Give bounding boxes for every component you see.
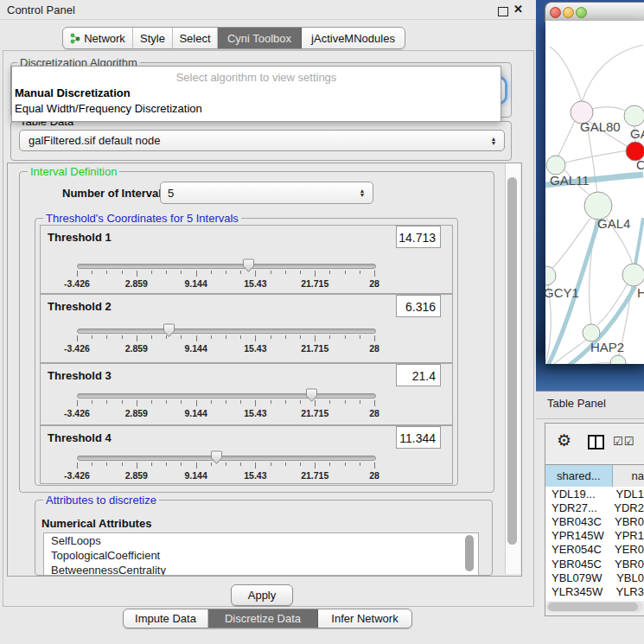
attributes-list-scrollbar-thumb[interactable] [465,535,474,571]
slider-tick [360,400,360,404]
slider-tick [345,400,346,404]
threshold-value-field[interactable]: 14.713 [396,226,441,248]
columns-icon[interactable] [588,435,604,450]
slider-tick [345,462,346,466]
tab-infer-network[interactable]: Infer Network [318,609,411,628]
gear-icon[interactable]: ⚙ [557,432,571,449]
table-data-combobox-value: galFiltered.sif default node [20,134,488,147]
threshold-value-field[interactable]: 11.344 [396,426,441,449]
tab-discretize-data[interactable]: Discretize Data [208,609,318,628]
tab-network[interactable]: Network [63,28,133,48]
tab-select[interactable]: Select [173,28,218,48]
network-node[interactable] [622,264,644,286]
table-row[interactable]: YER054CYER0 [545,543,644,557]
slider-tick [329,462,330,466]
tab-jactivemnodules[interactable]: jActiveMNodules [302,28,405,48]
zoom-traffic-light[interactable] [576,7,587,18]
tab-impute-data[interactable]: Impute Data [124,609,208,628]
threshold-slider-track[interactable] [77,393,376,399]
table-row[interactable]: YDR27...YDR2 [545,501,644,514]
tab-cyni-toolbox[interactable]: Cyni Toolbox [218,28,302,48]
tab-label: Impute Data [135,612,196,625]
table-row[interactable]: YBR045CYBR0 [545,557,644,571]
table-row[interactable]: YLR345WYLR3 [545,584,644,598]
close-icon[interactable]: ✕ [513,3,523,16]
threshold-value-field[interactable]: 6.316 [396,295,441,317]
attribute-list-item[interactable]: SelfLoops [44,533,478,548]
table-row[interactable]: YIL052CYIL0 [545,599,644,602]
slider-label-row: -3.4262.8599.14415.4321.71528 [77,278,374,289]
minimize-traffic-light[interactable] [563,7,574,18]
checkboxes-icon[interactable]: ☑☑ [613,435,634,448]
slider-tick-label: 9.144 [184,343,207,354]
combo-stepper-icon: ▲▼ [488,137,500,145]
threshold-value-field[interactable]: 21.4 [396,364,441,386]
slider-tick [315,335,316,341]
cell-shared-name: YDL19... [545,488,615,501]
network-node[interactable] [624,105,644,126]
slider-tick-label: 2.859 [125,278,148,289]
slider-tick [122,400,123,404]
slider-tick [196,462,197,469]
table-panel-title: Table Panel [547,397,606,410]
network-view-canvas[interactable]: GAL80GALGAL11GAL4GCY1HHAP2C [545,21,644,364]
slider-tick-row [77,335,375,341]
slider-tick [211,335,212,339]
slider-tick [360,335,360,339]
table-row[interactable]: YBL079WYBL0 [545,571,644,584]
slider-tick-label: 15.43 [244,343,266,354]
slider-tick [137,462,137,469]
column-header-shared[interactable]: shared... [545,465,613,487]
slider-tick-label: 2.859 [125,470,148,481]
network-node-label: H [637,285,644,300]
slider-tick [240,462,241,466]
slider-tick [271,462,271,466]
network-node[interactable] [610,355,626,364]
slider-tick [329,335,330,339]
slider-tick [285,271,286,274]
slider-tick [240,335,241,339]
table-row[interactable]: YBR043CYBR0 [545,514,644,528]
slider-tick-label: 15.43 [244,470,266,481]
slider-tick-label: 28 [369,278,379,289]
slider-tick-label: 15.43 [244,278,266,289]
table-row[interactable]: YPR145WYPR1 [545,529,644,543]
threshold-label: Threshold 4 [48,431,112,444]
slider-tick [226,462,226,466]
horizontal-scrollbar-thumb[interactable] [548,603,638,611]
vertical-scrollbar-thumb[interactable] [507,177,517,545]
attribute-list-item[interactable]: TopologicalCoefficient [44,548,478,563]
attribute-list-item[interactable]: BetweennessCentrality [44,563,478,576]
threshold-slider-track[interactable] [77,328,376,334]
number-of-intervals-value: 5 [161,187,356,200]
float-window-icon[interactable] [498,7,508,16]
table-row[interactable]: YDL19...YDL1 [545,487,644,501]
slider-tick [92,335,92,339]
network-node-label: GCY1 [545,285,579,300]
network-node[interactable] [583,324,600,341]
slider-tick-label: 2.859 [125,408,148,418]
network-edge [550,47,582,102]
dropdown-option-manual-discretization[interactable]: Manual Discretization [15,86,131,99]
tab-style[interactable]: Style [133,28,173,48]
dropdown-option-equal-width[interactable]: Equal Width/Frequency Discretization [15,102,202,115]
spinner-stepper-icon: ▲▼ [356,188,368,197]
network-edge-highlighted [635,218,643,264]
slider-tick [151,462,152,466]
network-node[interactable] [545,266,556,285]
tab-label: Discretize Data [225,612,301,625]
column-header-name[interactable]: na [613,465,644,487]
number-of-intervals-spinner[interactable]: 5 ▲▼ [160,182,373,204]
threshold-slider-track[interactable] [77,264,376,269]
table-data-combobox[interactable]: galFiltered.sif default node ▲▼ [19,130,505,151]
threshold-slider-track[interactable] [77,456,376,461]
tab-label: Network [84,32,125,45]
numerical-attributes-list: SelfLoopsTopologicalCoefficientBetweenne… [43,532,479,576]
apply-button[interactable]: Apply [231,584,293,606]
network-node[interactable] [546,156,565,175]
slider-tick [315,462,316,469]
close-traffic-light[interactable] [550,7,561,18]
slider-tick-label: 15.43 [244,408,266,418]
slider-tick [300,271,301,274]
table-rows: YDL19...YDL1YDR27...YDR2YBR043CYBR0YPR14… [545,487,644,601]
